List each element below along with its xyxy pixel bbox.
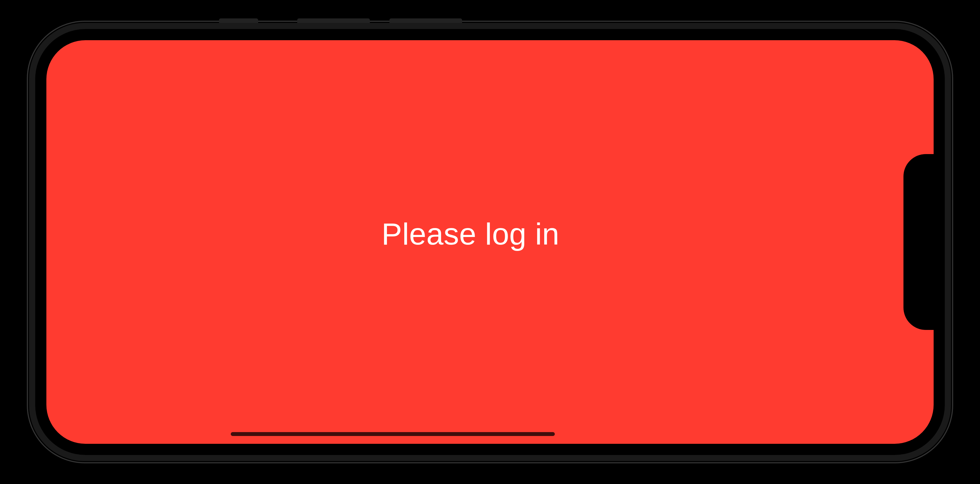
- phone-bezel: Please log in: [35, 29, 945, 455]
- iphone-device-frame: Please log in: [29, 23, 951, 461]
- login-prompt-text: Please log in: [382, 216, 559, 251]
- side-button-volume-up: [297, 18, 370, 23]
- home-indicator[interactable]: [231, 432, 555, 436]
- side-button-mute: [219, 18, 258, 23]
- app-screen[interactable]: Please log in: [46, 40, 934, 444]
- side-button-volume-down: [390, 18, 462, 23]
- phone-notch: [904, 154, 934, 330]
